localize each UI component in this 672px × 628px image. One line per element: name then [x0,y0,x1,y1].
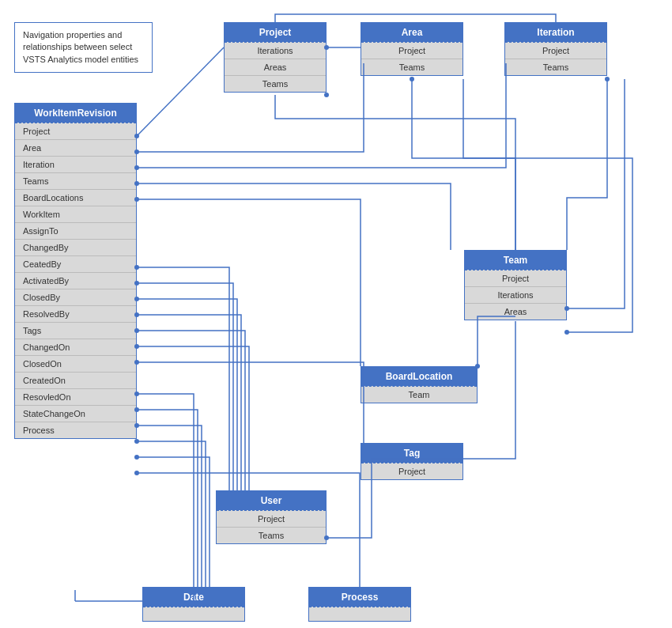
area-field-teams: Teams [361,59,462,75]
conn-wir-boardloc [137,199,361,366]
work-item-revision-header: WorkItemRevision [15,104,136,123]
conn-wir-teams [137,183,451,250]
project-field-areas: Areas [225,59,326,76]
project-header: Project [225,23,326,42]
conn-wir-createdon [137,426,202,587]
conn-wir-resovledon [137,441,206,587]
user-header: User [217,491,326,510]
work-item-revision-entity: WorkItemRevision Project Area Iteration … [14,103,137,439]
boardlocation-entity: BoardLocation Team [361,366,478,403]
team-field-iterations: Iterations [465,287,566,304]
wir-field-iteration: Iteration [15,157,136,173]
process-header: Process [309,588,410,607]
conn-wir-tags [137,362,364,443]
conn-wir-ceatedby [137,299,237,490]
project-entity: Project Iterations Areas Teams [224,22,327,93]
team-body: Project Iterations Areas [465,270,566,320]
diagram-container: Navigation properties and relationships … [0,0,672,628]
user-field-project: Project [217,511,326,528]
team-entity: Team Project Iterations Areas [464,250,567,320]
wir-field-changedby: ChangedBy [15,240,136,256]
conn-end-area-teams [410,77,414,81]
tag-header: Tag [361,444,462,463]
wir-field-changedon: ChangedOn [15,339,136,356]
wir-field-boardlocations: BoardLocations [15,190,136,206]
wir-field-closedby: ClosedBy [15,289,136,306]
conn-wir-changedon [137,394,194,587]
team-field-project: Project [465,270,566,287]
wir-field-assignto: AssignTo [15,223,136,240]
conn-end-team-areas [564,330,569,335]
user-entity: User Project Teams [216,490,327,544]
wir-field-resovledon: ResovledOn [15,389,136,406]
boardlocation-body: Team [361,386,477,403]
user-field-teams: Teams [217,528,326,543]
team-header: Team [465,251,566,270]
boardlocation-header: BoardLocation [361,367,477,386]
project-field-teams: Teams [225,76,326,92]
conn-wir-statechangeon [137,457,210,587]
wir-field-workitem: WorkItem [15,206,136,223]
date-entity: Date [142,587,245,622]
process-body [309,607,410,621]
area-header: Area [361,23,462,42]
tag-entity: Tag Project [361,443,463,480]
conn-team-iterations [567,79,625,308]
conn-area-teams [412,79,515,250]
area-entity: Area Project Teams [361,22,463,76]
conn-end-wir-resovledon [134,439,139,444]
project-field-iterations: Iterations [225,43,326,59]
area-field-project: Project [361,43,462,59]
conn-end-wir-process [134,471,139,475]
wir-field-area: Area [15,140,136,157]
conn-project-iteration [275,14,556,22]
conn-team-boardloc [478,316,515,366]
conn-wir-activatedby [137,315,241,490]
wir-field-statechangeon: StateChangeOn [15,406,136,422]
wir-field-teams: Teams [15,173,136,190]
wir-field-process: Process [15,422,136,438]
conn-wir-resolvedby [137,346,249,490]
team-field-areas: Areas [465,304,566,320]
conn-wir-closedby [137,331,245,490]
conn-iteration-teams [567,79,607,250]
process-entity: Process [308,587,411,622]
info-text: Navigation properties and relationships … [23,30,138,64]
area-body: Project Teams [361,42,462,75]
wir-field-activatedby: ActivatedBy [15,273,136,289]
iteration-field-teams: Teams [505,59,606,75]
iteration-body: Project Teams [505,42,606,75]
wir-field-ceatedby: CeatedBy [15,256,136,273]
date-body [143,607,244,621]
conn-end-project-teams [324,93,329,97]
wir-field-tags: Tags [15,323,136,339]
work-item-revision-body: Project Area Iteration Teams BoardLocati… [15,123,136,438]
date-header: Date [143,588,244,607]
conn-project-teams [275,95,515,250]
conn-wir-closedon [137,410,198,587]
tag-body: Project [361,463,462,479]
wir-field-resolvedby: ResolvedBy [15,306,136,323]
conn-end-wir-statechangeon [134,455,139,460]
conn-end-iteration-teams [605,77,610,81]
info-box: Navigation properties and relationships … [14,22,153,73]
wir-field-createdon: CreatedOn [15,373,136,389]
wir-field-project: Project [15,123,136,140]
boardlocation-field-team: Team [361,387,477,403]
user-body: Project Teams [217,510,326,543]
wir-field-closedon: ClosedOn [15,356,136,373]
tag-field-project: Project [361,463,462,479]
iteration-entity: Iteration Project Teams [504,22,607,76]
project-body: Iterations Areas Teams [225,42,326,92]
conn-wir-assignto [137,267,229,490]
iteration-header: Iteration [505,23,606,42]
conn-user-teams [327,321,515,538]
conn-wir-changedby [137,283,233,490]
iteration-field-project: Project [505,43,606,59]
